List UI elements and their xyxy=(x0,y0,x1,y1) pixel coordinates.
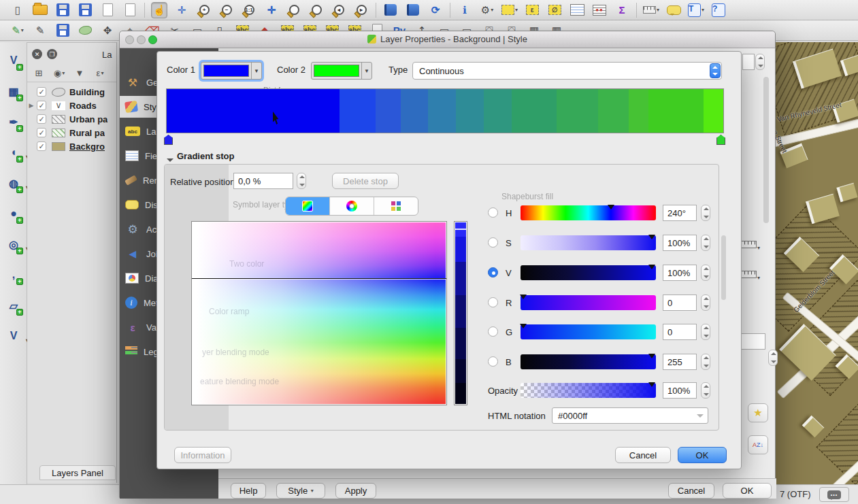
layer-checkbox[interactable]: ✓ xyxy=(37,114,46,124)
add-postgis-layer-icon[interactable]: ◖+▾ xyxy=(3,144,24,161)
gradient-stop-end[interactable] xyxy=(716,135,725,145)
select-by-expression-icon[interactable]: ε xyxy=(524,2,540,18)
help-icon[interactable]: ? xyxy=(710,2,727,18)
tab-color-wheel[interactable] xyxy=(330,197,374,215)
layer-item-urban-pa[interactable]: ✓Urban pa xyxy=(27,112,117,126)
apply-button[interactable]: Apply xyxy=(335,483,376,499)
tab-color-swatches[interactable] xyxy=(374,197,418,215)
layer-checkbox[interactable]: ✓ xyxy=(37,128,46,137)
layer-checkbox[interactable]: ✓ xyxy=(37,87,46,97)
save-project-icon[interactable] xyxy=(54,2,71,18)
help-button[interactable]: Help xyxy=(231,483,266,499)
save-layer-edits-icon[interactable] xyxy=(54,22,71,39)
add-delimited-text-icon[interactable]: ,+ xyxy=(3,266,24,284)
saturation-radio[interactable] xyxy=(488,237,498,248)
field-calculator-icon[interactable]: ●● xyxy=(591,2,608,18)
text-annotation-icon[interactable]: T▾ xyxy=(688,2,704,18)
relative-position-input[interactable] xyxy=(233,173,293,189)
move-feature-icon[interactable]: ✥ xyxy=(99,22,116,39)
slider-marker-icon[interactable] xyxy=(648,382,655,387)
style-menu-button[interactable]: Style ▾ xyxy=(276,483,325,499)
add-wcs-layer-icon[interactable]: ●+ xyxy=(3,205,24,222)
new-virtual-layer-icon[interactable]: V▾ xyxy=(3,327,24,345)
spinner-control[interactable] xyxy=(755,54,765,70)
filter-legend-icon[interactable]: ▼ xyxy=(72,65,87,80)
gradient-preview[interactable] xyxy=(166,88,724,133)
layer-checkbox[interactable]: ✓ xyxy=(37,141,46,151)
spinner-control[interactable] xyxy=(768,350,778,366)
gradient-stop-section[interactable]: Gradient stop xyxy=(167,151,235,162)
unit-selector-icon[interactable] xyxy=(740,241,757,248)
identify-features-icon[interactable]: ℹ xyxy=(457,2,473,18)
pan-map-icon[interactable]: ☝ xyxy=(151,2,167,18)
new-composer-icon[interactable] xyxy=(99,2,116,18)
add-feature-icon[interactable] xyxy=(77,22,93,39)
red-radio[interactable] xyxy=(488,297,498,307)
delete-stop-button[interactable]: Delete stop xyxy=(332,173,399,189)
sort-button[interactable]: AZ↓ xyxy=(748,435,768,454)
hue-value-input[interactable] xyxy=(663,205,697,221)
add-wms-layer-icon[interactable]: ◍+▾ xyxy=(3,174,24,192)
hue-slider[interactable] xyxy=(521,205,656,220)
panel-close-icon[interactable]: ✕ xyxy=(32,49,42,59)
vertical-scrollbar[interactable] xyxy=(763,77,769,223)
composer-manager-icon[interactable] xyxy=(122,2,138,18)
slider-marker-icon[interactable] xyxy=(608,205,614,209)
pan-to-selection-icon[interactable]: ✛ xyxy=(174,2,190,18)
red-slider[interactable] xyxy=(521,295,656,310)
gradient-cancel-button[interactable]: Cancel xyxy=(615,447,671,463)
slider-marker-icon[interactable] xyxy=(520,295,527,299)
cancel-button[interactable]: Cancel xyxy=(668,483,714,499)
expand-icon[interactable]: ▶ xyxy=(27,102,35,109)
statistics-icon[interactable]: Σ xyxy=(614,2,630,18)
map-tips-icon[interactable] xyxy=(665,2,682,18)
slider-marker-icon[interactable] xyxy=(648,354,655,358)
map-canvas[interactable]: Van Rhyneveld Street on Street Gelderblo… xyxy=(776,42,858,484)
html-notation-input[interactable]: #0000ff xyxy=(552,407,708,424)
green-radio[interactable] xyxy=(488,326,498,337)
color2-button[interactable]: ▼ xyxy=(311,62,372,80)
gradient-ok-button[interactable]: OK xyxy=(678,447,727,463)
hue-radio[interactable] xyxy=(488,207,498,218)
zoom-last-icon[interactable]: ◂ xyxy=(331,2,347,18)
add-raster-layer-icon[interactable]: ▦+ xyxy=(3,82,24,100)
zoom-to-layer-icon[interactable] xyxy=(286,2,302,18)
new-shapefile-icon[interactable]: ▱+ xyxy=(3,297,24,314)
add-spatialite-layer-icon[interactable]: ✒+ xyxy=(3,113,24,131)
zoom-full-icon[interactable]: ✛ xyxy=(263,2,280,18)
zoom-next-icon[interactable]: ▸ xyxy=(353,2,369,18)
hue-spinner[interactable] xyxy=(701,205,710,221)
blue-spinner[interactable] xyxy=(701,354,710,370)
value-radio[interactable] xyxy=(488,267,498,278)
messages-button[interactable]: ••• xyxy=(819,487,849,502)
attribute-table-icon[interactable] xyxy=(569,2,585,18)
value-value-input[interactable] xyxy=(663,265,697,281)
toggle-editing-icon[interactable]: ✎ xyxy=(32,22,48,39)
saturation-spinner[interactable] xyxy=(701,235,710,251)
layer-item-roads[interactable]: ▶✓∨Roads xyxy=(27,99,117,112)
opacity-value-input[interactable] xyxy=(663,382,697,399)
color-2d-picker[interactable]: Two color Color ramp yer blending mode e… xyxy=(191,221,447,405)
opacity-slider[interactable] xyxy=(521,383,656,398)
manage-visibility-icon[interactable]: ◉ ▾ xyxy=(52,65,67,80)
run-feature-action-icon[interactable]: ⚙▾ xyxy=(479,2,495,18)
blue-radio[interactable] xyxy=(488,356,498,367)
red-spinner[interactable] xyxy=(701,295,710,311)
layer-checkbox[interactable]: ✓ xyxy=(37,101,46,110)
green-spinner[interactable] xyxy=(701,324,710,340)
tab-color-box[interactable] xyxy=(286,197,330,215)
value-slider[interactable] xyxy=(521,265,656,280)
green-slider[interactable] xyxy=(521,324,656,339)
blue-slider[interactable] xyxy=(521,354,656,369)
add-wfs-layer-icon[interactable]: ◎+▾ xyxy=(3,235,24,253)
add-vector-layer-icon[interactable]: V+ xyxy=(3,52,24,69)
add-group-icon[interactable]: ⊞ xyxy=(31,65,46,80)
ok-button[interactable]: OK xyxy=(723,483,772,499)
zoom-to-selection-icon[interactable] xyxy=(308,2,325,18)
save-project-as-icon[interactable] xyxy=(77,2,93,18)
blue-value-input[interactable] xyxy=(663,354,697,370)
value-spinner[interactable] xyxy=(701,265,710,281)
type-select[interactable]: Continuous xyxy=(412,62,722,80)
saturation-value-input[interactable] xyxy=(663,235,697,251)
slider-marker-icon[interactable] xyxy=(648,265,655,269)
